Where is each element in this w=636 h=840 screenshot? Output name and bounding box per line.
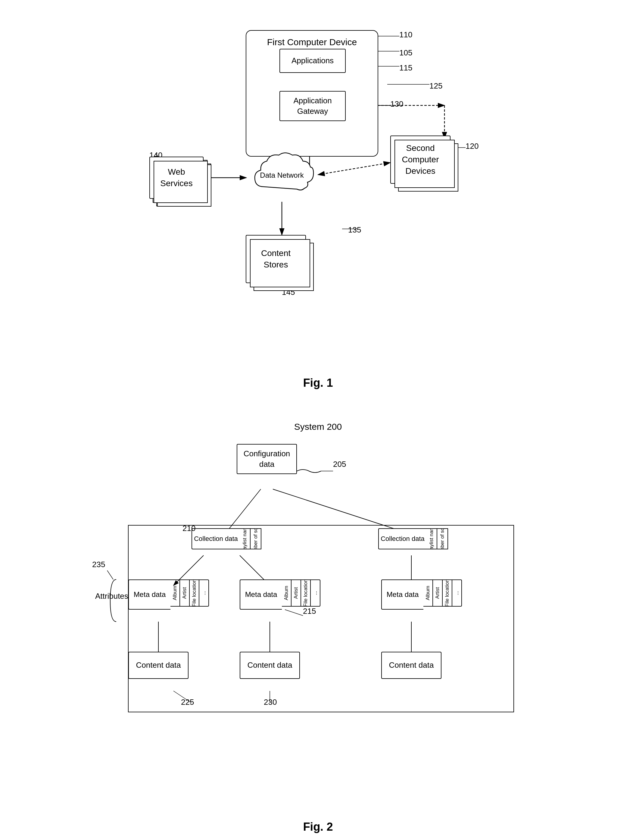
collection-data-2-label: Collection data <box>378 528 426 549</box>
fig1-container: First Computer Device Applications Appli… <box>24 18 612 398</box>
label-215: 215 <box>303 606 316 616</box>
collection-data-2-wrapper: Collection data Playlist name Number of … <box>378 528 448 549</box>
meta-cell-artist-1: Artist <box>180 579 190 606</box>
label-210: 210 <box>183 524 196 533</box>
fig2-label: Fig. 2 <box>24 820 612 834</box>
meta-cell-artist-2: Artist <box>292 579 301 606</box>
content-stores-box: Content Stores <box>246 235 306 283</box>
collection-cell-songs-2: Number of songs <box>437 528 448 549</box>
meta-cell-artist-3: Artist <box>433 579 443 606</box>
svg-line-35 <box>285 609 303 616</box>
first-computer-box: First Computer Device Applications Appli… <box>246 30 378 156</box>
label-135: 135 <box>348 225 361 235</box>
meta-data-2-label: Meta data <box>240 579 282 609</box>
label-125: 125 <box>429 81 442 91</box>
web-services-box: Web Services <box>149 156 204 199</box>
collection-cell-playlist-2: Playlist name <box>426 528 437 549</box>
meta-data-1-label: Meta data <box>128 579 170 609</box>
system-label: System 200 <box>24 422 612 432</box>
collection-cell-songs-1: Number of songs <box>251 528 261 549</box>
collection-cell-playlist-1: Playlist name <box>240 528 251 549</box>
fig1-label: Fig. 1 <box>24 376 612 389</box>
label-230: 230 <box>264 698 277 707</box>
meta-cell-album-3: Album <box>423 579 433 606</box>
second-computers-box: Second Computer Devices <box>390 136 450 184</box>
label-110: 110 <box>399 30 412 39</box>
content-data-2-box: Content data <box>240 652 300 679</box>
fig2-diagram: Configuration data Collection data Playl… <box>92 435 544 815</box>
applications-box: Applications <box>279 49 346 73</box>
collection-data-1-label: Collection data <box>191 528 240 549</box>
svg-line-7 <box>318 163 390 175</box>
svg-text:Data Network: Data Network <box>260 171 304 179</box>
fig2-arrows-svg <box>92 435 544 815</box>
meta-cell-file-3: File location <box>443 579 452 606</box>
meta-data-2-wrapper: Meta data Album Artist File location ... <box>240 579 320 609</box>
svg-rect-33 <box>128 525 514 712</box>
meta-data-1-wrapper: Meta data Album Artist File location ... <box>128 579 209 609</box>
meta-cell-file-1: File location <box>190 579 199 606</box>
label-115: 115 <box>399 63 412 73</box>
content-data-3-box: Content data <box>381 652 442 679</box>
label-235: 235 <box>92 560 105 569</box>
label-205: 205 <box>333 459 346 469</box>
meta-cell-dots-3: ... <box>452 579 462 606</box>
svg-line-38 <box>107 570 113 579</box>
meta-data-3-label: Meta data <box>381 579 423 609</box>
svg-line-26 <box>273 489 411 534</box>
collection-data-1-wrapper: Collection data Playlist name Number of … <box>191 528 261 549</box>
meta-cell-dots-1: ... <box>199 579 209 606</box>
attributes-label: Attributes <box>95 592 128 601</box>
label-120: 120 <box>466 142 478 151</box>
app-gateway-box: Application Gateway <box>279 91 346 121</box>
config-data-box: Configuration data <box>237 444 297 474</box>
data-network-cloud: Data Network <box>246 148 318 202</box>
first-computer-label: First Computer Device <box>246 36 378 49</box>
fig2-container: System 200 <box>24 422 612 825</box>
meta-data-3-wrapper: Meta data Album Artist File location ... <box>381 579 462 609</box>
content-data-1-box: Content data <box>128 652 188 679</box>
meta-cell-file-2: File location <box>301 579 311 606</box>
meta-cell-album-2: Album <box>282 579 292 606</box>
label-225: 225 <box>181 698 194 707</box>
label-130: 130 <box>390 99 403 109</box>
page: First Computer Device Applications Appli… <box>0 0 636 840</box>
svg-line-25 <box>225 489 261 534</box>
meta-cell-album-1: Album <box>170 579 180 606</box>
meta-cell-dots-2: ... <box>311 579 320 606</box>
fig1-diagram: First Computer Device Applications Appli… <box>137 18 499 373</box>
label-105: 105 <box>399 48 412 57</box>
